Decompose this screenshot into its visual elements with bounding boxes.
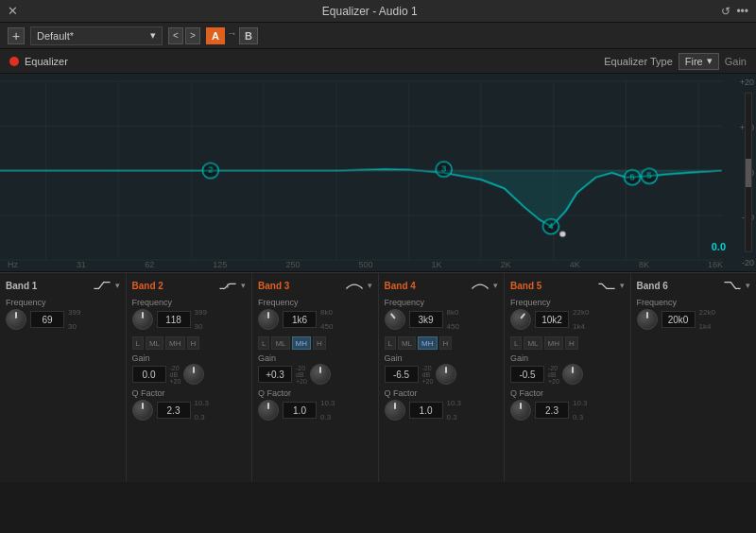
freq-label-8k: 8K [639,260,649,269]
qfactor-controls-3: 1.0 10.3 0.3 [258,399,372,421]
freq-btn-H-2[interactable]: H [187,336,200,350]
eq-type-value: Fire [685,56,703,67]
freq-btn-H-5[interactable]: H [565,336,578,350]
qfactor-value-4[interactable]: 1.0 [409,402,443,419]
history-icon[interactable]: ↺ [721,5,730,18]
freq-btn-ML-3[interactable]: ML [271,336,289,350]
freq-label-4: Frequency [385,298,499,307]
add-button[interactable]: + [8,27,25,44]
freq-label-2k: 2K [501,260,511,269]
qfactor-controls-5: 2.3 10.3 0.3 [510,399,625,421]
frequency-param-6: Frequency 20k0 22k0 1k4 [637,298,751,331]
freq-btn-MH-4[interactable]: MH [418,336,437,350]
qfactor-param-2: Q Factor 2.3 10.3 0.3 [132,388,247,421]
title-bar-actions: ↺ ••• [721,5,748,18]
freq-range-6: 22k0 1k4 [699,308,715,331]
band-type-selector-6[interactable]: ▾ [721,279,750,292]
freq-value-4[interactable]: 3k9 [409,311,443,328]
qfactor-label-4: Q Factor [385,388,499,398]
preset-value: Default* [37,30,74,42]
preset-dropdown[interactable]: Default* ▾ [30,26,163,45]
a-button[interactable]: A [206,27,225,44]
gain-value-2[interactable]: 0.0 [132,366,166,383]
freq-btn-H-4[interactable]: H [439,336,453,350]
freq-knob-3[interactable] [258,309,279,330]
scrollbar-thumb[interactable] [746,159,751,187]
title-bar: ✕ Equalizer - Audio 1 ↺ ••• [0,0,756,23]
freq-knob-2[interactable] [132,309,153,330]
freq-label-5: Frequency [510,298,625,307]
freq-btn-ML-2[interactable]: ML [146,336,163,350]
band-type-selector-5[interactable]: ▾ [595,279,625,292]
freq-labels: Hz 31 62 125 250 500 1K 2K 4K 8K 16K [8,260,723,269]
eq-graph[interactable]: +20 +10 0 -10 -20 Hz 31 62 125 250 500 1… [0,74,756,272]
qfactor-knob-4[interactable] [385,400,405,421]
freq-value-1[interactable]: 69 [30,311,64,328]
eq-power-dot[interactable] [9,57,19,66]
frequency-param-3: Frequency 1k6 8k0 450 [258,298,372,331]
qfactor-value-2[interactable]: 2.3 [157,402,191,419]
freq-controls-2: 118 399 30 [132,308,247,331]
freq-btn-MH-3[interactable]: MH [292,336,311,350]
band-name-2: Band 2 [132,281,163,291]
freq-btn-L-2[interactable]: L [132,336,144,350]
graph-scrollbar[interactable] [745,93,752,252]
band-header-4: Band 4 ▾ [385,279,499,292]
gain-knob-4[interactable] [436,364,456,385]
freq-label-6: Frequency [637,298,751,307]
eq-type-select[interactable]: Fire ▾ [679,53,719,70]
freq-btn-MH-5[interactable]: MH [544,336,563,350]
band-type-selector-3[interactable]: ▾ [343,279,372,292]
freq-knob-1[interactable] [6,309,26,330]
band-dropdown-arrow-6: ▾ [746,281,750,290]
gain-knob-5[interactable] [562,364,583,385]
close-icon[interactable]: ✕ [8,4,18,18]
freq-knob-6[interactable] [637,309,658,330]
freq-label-250: 250 [285,260,300,269]
next-preset-button[interactable]: > [185,27,200,44]
band-panel-1: Band 1 ▾ Frequency 69 399 30 [0,273,127,482]
band-type-selector-1[interactable]: ▾ [91,279,120,292]
gain-controls-2: 0.0 -20 dB +20 [132,364,247,385]
band-dropdown-arrow-3: ▾ [368,281,372,290]
freq-btn-L-3[interactable]: L [258,336,269,350]
gain-value-5[interactable]: -0.5 [510,366,544,383]
freq-btn-L-5[interactable]: L [510,336,522,350]
band-type-selector-2[interactable]: ▾ [216,279,246,292]
qfactor-param-3: Q Factor 1.0 10.3 0.3 [258,388,372,421]
freq-value-2[interactable]: 118 [157,311,191,328]
freq-btn-ML-5[interactable]: ML [524,336,541,350]
qfactor-value-5[interactable]: 2.3 [535,402,569,419]
prev-preset-button[interactable]: < [168,27,183,44]
qfactor-param-5: Q Factor 2.3 10.3 0.3 [510,388,625,421]
band-dropdown-arrow-1: ▾ [115,281,120,290]
freq-knob-5[interactable] [510,309,531,330]
qfactor-range-5: 10.3 0.3 [573,399,588,421]
band-type-selector-4[interactable]: ▾ [469,279,498,292]
qfactor-value-3[interactable]: 1.0 [283,402,317,419]
qfactor-range-2: 10.3 0.3 [195,399,210,421]
menu-icon[interactable]: ••• [736,5,748,18]
freq-value-5[interactable]: 10k2 [535,311,569,328]
gain-value-4[interactable]: -6.5 [385,366,419,383]
band-header-6: Band 6 ▾ [637,279,751,292]
qfactor-knob-3[interactable] [258,400,279,421]
gain-knob-3[interactable] [310,364,331,385]
eq-label: Equalizer [25,56,68,67]
band-dropdown-arrow-2: ▾ [241,281,246,290]
gain-knob-2[interactable] [183,364,204,385]
gain-value-3[interactable]: +0.3 [258,366,292,383]
qfactor-knob-5[interactable] [510,400,531,421]
freq-btn-L-4[interactable]: L [385,336,396,350]
gain-param-5: Gain -0.5 -20 dB +20 [510,353,625,385]
freq-value-6[interactable]: 20k0 [662,311,696,328]
qfactor-knob-2[interactable] [132,400,153,421]
freq-range-4: 8k0 450 [447,308,459,331]
freq-knob-4[interactable] [385,309,405,330]
freq-btn-H-3[interactable]: H [313,336,326,350]
freq-label-1k: 1K [432,260,442,269]
b-button[interactable]: B [239,27,258,44]
freq-btn-MH-2[interactable]: MH [165,336,184,350]
freq-btn-ML-4[interactable]: ML [398,336,416,350]
freq-value-3[interactable]: 1k6 [283,311,317,328]
